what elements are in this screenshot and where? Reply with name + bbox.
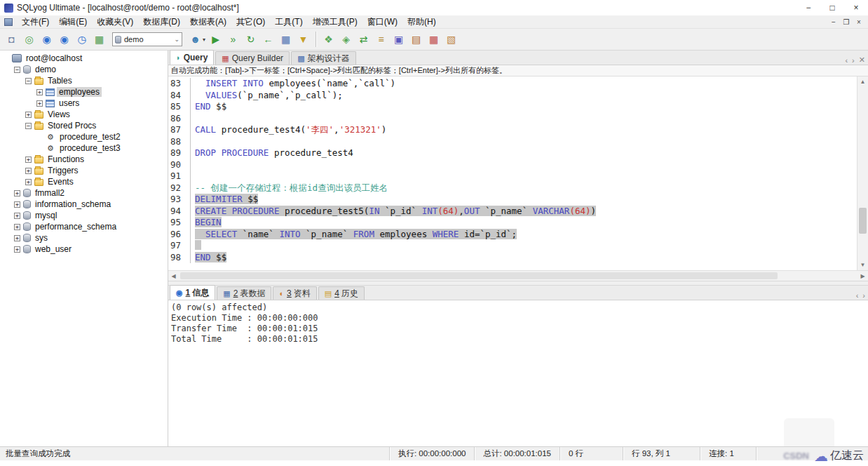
expand-icon[interactable]: + bbox=[14, 235, 20, 241]
scroll-right-icon[interactable]: ▶ bbox=[857, 271, 868, 281]
mdi-minimize-button[interactable]: − bbox=[827, 17, 840, 27]
tab-scroll-right-icon[interactable]: › bbox=[852, 56, 855, 65]
tab-query[interactable]: ◗Query bbox=[170, 50, 214, 65]
tree-item-triggers[interactable]: +Triggers bbox=[0, 165, 168, 176]
tab-资料[interactable]: ◐3资料 bbox=[273, 286, 316, 300]
tree-item-performance-schema[interactable]: +performance_schema bbox=[0, 221, 168, 232]
restore-icon[interactable]: ▤ bbox=[408, 32, 424, 48]
menu-item[interactable]: 编辑(E) bbox=[54, 15, 92, 29]
import-data-icon[interactable]: ← bbox=[260, 32, 276, 48]
dropdown-caret-icon[interactable]: ▾ bbox=[203, 36, 205, 43]
vscroll-track[interactable] bbox=[857, 87, 868, 260]
tree-item-demo[interactable]: −demo bbox=[0, 64, 168, 75]
vscroll-thumb[interactable] bbox=[859, 208, 867, 234]
expand-icon[interactable]: + bbox=[14, 213, 20, 219]
code-token: SELECT bbox=[205, 229, 237, 239]
table-data-icon[interactable]: ▦ bbox=[278, 32, 294, 48]
execute-query-icon[interactable]: ▶ bbox=[208, 32, 224, 48]
tree-item-functions[interactable]: +Functions bbox=[0, 154, 168, 165]
hscroll-thumb[interactable] bbox=[180, 272, 778, 279]
expand-icon[interactable]: + bbox=[36, 100, 43, 107]
tab-表数据[interactable]: ▦2表数据 bbox=[217, 286, 271, 300]
tree-item-procedure-test3[interactable]: ⚙procedure_test3 bbox=[0, 142, 168, 154]
menu-item[interactable]: 工具(T) bbox=[270, 15, 307, 29]
expand-icon[interactable]: + bbox=[36, 89, 43, 95]
compare-icon[interactable]: ⇄ bbox=[355, 32, 372, 48]
menu-item[interactable]: 其它(O) bbox=[231, 15, 270, 29]
mdi-restore-button[interactable]: ❐ bbox=[840, 17, 853, 27]
report-icon[interactable]: ▦ bbox=[91, 32, 107, 48]
tree-item-information-schema[interactable]: +information_schema bbox=[0, 199, 168, 210]
close-tab-icon[interactable]: ✕ bbox=[859, 55, 865, 65]
tree-item-users[interactable]: +users bbox=[0, 98, 168, 109]
tab-query-builder[interactable]: ▦Query Builder bbox=[215, 51, 290, 65]
query-builder-icon[interactable]: ▼ bbox=[295, 32, 311, 48]
hscroll-track[interactable] bbox=[179, 271, 857, 281]
menu-item[interactable]: 收藏夹(V) bbox=[92, 15, 138, 29]
menu-item[interactable]: 帮助(H) bbox=[402, 15, 441, 29]
tab-scroll-right-icon[interactable]: › bbox=[862, 291, 865, 300]
sql-editor[interactable]: 83 INSERT INTO employees(`name`,`call`)8… bbox=[168, 76, 857, 270]
web-session-icon[interactable]: ◉ bbox=[39, 32, 55, 48]
new-connection-icon[interactable]: ◎ bbox=[21, 32, 37, 48]
explain-icon[interactable]: ◈ bbox=[338, 32, 354, 48]
schema-designer-icon[interactable]: ▦ bbox=[426, 32, 442, 48]
backup-icon[interactable]: ▣ bbox=[391, 32, 407, 48]
editor-results-splitter[interactable] bbox=[168, 281, 868, 286]
tab-架构设计器[interactable]: ▩架构设计器 bbox=[291, 51, 355, 65]
menu-item[interactable]: 窗口(W) bbox=[362, 15, 402, 29]
tab-历史[interactable]: ▤4历史 bbox=[318, 286, 365, 300]
tree-item-root-localhost[interactable]: root@localhost bbox=[0, 53, 168, 64]
expand-icon[interactable]: + bbox=[14, 224, 20, 230]
menu-item[interactable]: 数据库(D) bbox=[138, 15, 185, 29]
expand-icon[interactable]: + bbox=[25, 179, 32, 185]
tree-item-web-user[interactable]: +web_user bbox=[0, 244, 168, 255]
expand-icon[interactable]: + bbox=[14, 246, 20, 253]
database-selector[interactable]: demo⌄ bbox=[112, 32, 182, 46]
scroll-left-icon[interactable]: ◀ bbox=[168, 271, 179, 281]
tree-item-events[interactable]: +Events bbox=[0, 176, 168, 187]
tree-item-mysql[interactable]: +mysql bbox=[0, 210, 168, 221]
tree-item-label: root@localhost bbox=[24, 53, 84, 63]
expand-icon[interactable]: + bbox=[25, 157, 32, 163]
tree-item-procedure-test2[interactable]: ⚙procedure_test2 bbox=[0, 131, 168, 142]
user-manager-icon[interactable]: ☻ bbox=[187, 32, 203, 48]
expand-icon[interactable]: + bbox=[25, 112, 32, 118]
menu-item[interactable]: 文件(F) bbox=[17, 15, 54, 29]
refresh-icon[interactable]: ↻ bbox=[243, 32, 259, 48]
scroll-down-icon[interactable]: ▼ bbox=[857, 260, 868, 270]
editor-horizontal-scrollbar[interactable]: ◀ ▶ bbox=[168, 270, 868, 281]
execute-all-icon[interactable]: » bbox=[225, 32, 241, 48]
editor-vertical-scrollbar[interactable]: ▲ ▼ bbox=[857, 76, 868, 270]
expand-icon[interactable]: + bbox=[25, 168, 32, 174]
expand-icon[interactable]: + bbox=[14, 201, 20, 208]
minimize-button[interactable]: − bbox=[796, 1, 820, 15]
tab-信息[interactable]: ◉1信息 bbox=[170, 285, 215, 300]
scheduler-icon[interactable]: ◷ bbox=[74, 32, 90, 48]
tree-item-stored-procs[interactable]: −Stored Procs bbox=[0, 120, 168, 131]
expand-icon[interactable]: + bbox=[14, 190, 20, 197]
close-button[interactable]: × bbox=[844, 1, 868, 15]
selected-text: BEGIN bbox=[195, 217, 222, 227]
connection-manager-icon[interactable]: ◘ bbox=[4, 32, 20, 48]
tab-scroll-left-icon[interactable]: ‹ bbox=[856, 291, 859, 300]
restore-button[interactable]: □ bbox=[820, 1, 844, 15]
schema-sync-icon[interactable]: ▧ bbox=[443, 32, 459, 48]
tab-scroll-left-icon[interactable]: ‹ bbox=[845, 56, 848, 65]
mdi-close-button[interactable]: × bbox=[853, 17, 865, 27]
tree-item-sys[interactable]: +sys bbox=[0, 232, 168, 244]
sync-data-icon[interactable]: ≡ bbox=[373, 32, 389, 48]
tree-item-fmmall2[interactable]: +fmmall2 bbox=[0, 187, 168, 199]
web-sync-icon[interactable]: ◉ bbox=[56, 32, 72, 48]
collapse-icon[interactable]: − bbox=[14, 67, 20, 73]
scroll-up-icon[interactable]: ▲ bbox=[857, 76, 868, 87]
collapse-icon[interactable]: − bbox=[25, 78, 32, 84]
tree-item-views[interactable]: +Views bbox=[0, 109, 168, 120]
collapse-icon[interactable]: − bbox=[25, 123, 32, 129]
menu-item[interactable]: 增强工具(P) bbox=[308, 15, 362, 29]
code-token: END bbox=[195, 252, 211, 262]
tree-item-tables[interactable]: −Tables bbox=[0, 75, 168, 86]
tree-item-employees[interactable]: +employees bbox=[0, 86, 168, 98]
format-sql-icon[interactable]: ❖ bbox=[320, 32, 337, 48]
menu-item[interactable]: 数据表(A) bbox=[185, 15, 231, 29]
